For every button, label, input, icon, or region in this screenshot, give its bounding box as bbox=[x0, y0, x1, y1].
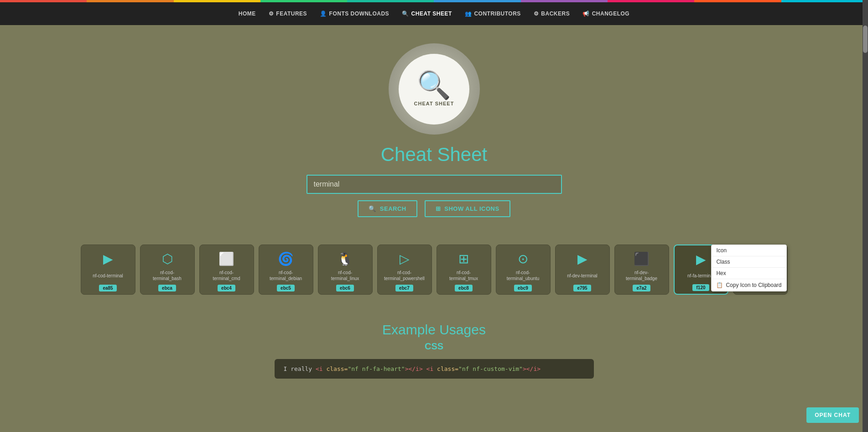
card-name: nf-fa-terminal bbox=[687, 273, 714, 279]
copy-icon-button[interactable]: 📋 Copy Icon to Clipboard bbox=[712, 279, 786, 291]
card-hex: ea85 bbox=[99, 285, 116, 291]
search-btn-label: Search bbox=[380, 205, 406, 212]
card-name: nf-dev- terminal_badge bbox=[626, 270, 657, 281]
card-hex: ebc9 bbox=[514, 285, 532, 291]
code-attr-2: class= bbox=[437, 365, 458, 372]
icons-section: ▶nf-cod-terminalea85⬡nf-cod- terminal_ba… bbox=[0, 231, 868, 308]
card-icon: 🌀 bbox=[278, 251, 294, 266]
search-bar: 🔍 Search ⊞ Show All Icons bbox=[307, 175, 562, 217]
code-close-2: ></i> bbox=[523, 365, 541, 372]
fonts-icon: 👤 bbox=[320, 10, 327, 17]
nav-features[interactable]: ⚙ FEATURES bbox=[269, 10, 307, 17]
code-close-1: ></i> bbox=[405, 365, 423, 372]
card-name: nf-cod-terminal bbox=[93, 273, 123, 279]
code-val-1: "nf nf-fa-heart" bbox=[348, 365, 405, 372]
card-icon: ▶ bbox=[103, 251, 113, 266]
code-val-2: "nf nf-custom-vim" bbox=[458, 365, 523, 372]
card-name: nf-cod- terminal_linux bbox=[331, 270, 359, 281]
logo-label: CHEAT SHEET bbox=[414, 101, 454, 106]
card-icon: ▶ bbox=[696, 252, 706, 267]
card-hex: ebc7 bbox=[395, 285, 413, 291]
icon-card[interactable]: ▶nf-cod-terminalea85 bbox=[81, 245, 135, 295]
card-name: nf-dev-terminal bbox=[567, 273, 598, 279]
card-icon: ▷ bbox=[400, 251, 410, 266]
color-bar bbox=[0, 0, 868, 2]
features-icon: ⚙ bbox=[269, 10, 274, 17]
icon-card[interactable]: ▶nf-fa-terminalf120IconClassHex📋 Copy Ic… bbox=[674, 245, 728, 295]
card-icon: ▶ bbox=[577, 251, 587, 266]
card-name: nf-cod- terminal_ubuntu bbox=[507, 270, 540, 281]
card-hex: ebc6 bbox=[336, 285, 354, 291]
nav-backers[interactable]: ⚙ BACKERS bbox=[534, 10, 570, 17]
icon-card[interactable]: ⊞nf-cod- terminal_tmuxebc8 bbox=[437, 245, 491, 295]
card-name: nf-cod- terminal_tmux bbox=[449, 270, 478, 281]
search-btn-icon: 🔍 bbox=[369, 205, 376, 212]
icon-card[interactable]: ⬜nf-cod- terminal_cmdebc4 bbox=[199, 245, 254, 295]
icon-popup: IconClassHex📋 Copy Icon to Clipboard bbox=[711, 245, 786, 291]
icon-card[interactable]: 🐧nf-cod- terminal_linuxebc6 bbox=[318, 245, 373, 295]
card-hex: f120 bbox=[692, 284, 709, 291]
nav-home[interactable]: HOME bbox=[239, 10, 256, 17]
card-hex: e795 bbox=[573, 285, 591, 291]
card-name: nf-cod- terminal_powershell bbox=[384, 270, 425, 281]
icon-card[interactable]: 🌀nf-cod- terminal_debianebc5 bbox=[259, 245, 313, 295]
nav-changelog[interactable]: 📢 CHANGELOG bbox=[582, 10, 629, 17]
examples-subtitle: CSS bbox=[9, 341, 859, 352]
code-tag-2: <i bbox=[426, 365, 434, 372]
nav-cheatsheet[interactable]: 🔍 CHEAT SHEET bbox=[402, 10, 452, 17]
contributors-icon: 👥 bbox=[465, 10, 472, 17]
popup-row[interactable]: Class bbox=[712, 256, 786, 268]
popup-row[interactable]: Hex bbox=[712, 268, 786, 279]
cheatsheet-icon: 🔍 bbox=[402, 10, 409, 17]
search-input[interactable] bbox=[307, 175, 562, 194]
icon-card[interactable]: ▷nf-cod- terminal_powershellebc7 bbox=[377, 245, 432, 295]
code-block: I really <i class="nf nf-fa-heart"></i> … bbox=[275, 359, 594, 379]
icons-row: ▶nf-cod-terminalea85⬡nf-cod- terminal_ba… bbox=[74, 240, 795, 299]
main-nav: HOME ⚙ FEATURES 👤 FONTS DOWNLOADS 🔍 CHEA… bbox=[0, 2, 868, 25]
card-icon: ⊞ bbox=[458, 251, 469, 266]
card-hex: ebc4 bbox=[218, 285, 235, 291]
card-icon: ⬛ bbox=[634, 251, 650, 266]
show-all-icon: ⊞ bbox=[436, 205, 441, 212]
scrollbar[interactable] bbox=[863, 0, 868, 432]
card-name: nf-cod- terminal_cmd bbox=[213, 270, 240, 281]
open-chat-button[interactable]: OPEN CHAT bbox=[806, 407, 859, 423]
card-icon: 🐧 bbox=[337, 251, 353, 266]
icon-card[interactable]: ▶nf-dev-terminale795 bbox=[555, 245, 610, 295]
icon-card[interactable]: ⬡nf-cod- terminal_bashebca bbox=[140, 245, 195, 295]
examples-section: Example Usages CSS I really <i class="nf… bbox=[0, 308, 868, 392]
card-icon: ⬜ bbox=[218, 251, 234, 266]
card-hex: ebc5 bbox=[277, 285, 295, 291]
page-title: Cheat Sheet bbox=[381, 144, 488, 166]
popup-row[interactable]: Icon bbox=[712, 245, 786, 256]
examples-title: Example Usages bbox=[9, 322, 859, 338]
logo-inner-circle: 🔍 CHEAT SHEET bbox=[399, 54, 469, 125]
hero-section: 🔍 CHEAT SHEET Cheat Sheet 🔍 Search ⊞ Sho… bbox=[0, 25, 868, 231]
show-all-label: Show All Icons bbox=[444, 205, 499, 212]
card-icon: ⊙ bbox=[518, 251, 528, 266]
backers-icon: ⚙ bbox=[534, 10, 539, 17]
show-all-button[interactable]: ⊞ Show All Icons bbox=[425, 200, 510, 217]
card-hex: ebc8 bbox=[455, 285, 473, 291]
icon-card[interactable]: ⊙nf-cod- terminal_ubuntuebc9 bbox=[496, 245, 551, 295]
card-hex: ebca bbox=[158, 285, 176, 291]
nav-fonts[interactable]: 👤 FONTS DOWNLOADS bbox=[320, 10, 389, 17]
changelog-icon: 📢 bbox=[582, 10, 590, 17]
card-name: nf-cod- terminal_debian bbox=[270, 270, 302, 281]
scrollbar-thumb[interactable] bbox=[863, 26, 868, 53]
nav-contributors[interactable]: 👥 CONTRIBUTORS bbox=[465, 10, 521, 17]
code-attr-1: class= bbox=[326, 365, 348, 372]
card-hex: e7a2 bbox=[633, 285, 650, 291]
card-icon: ⬡ bbox=[162, 251, 173, 266]
code-text: I really <i class="nf nf-fa-heart"></i> … bbox=[284, 365, 541, 372]
logo-outer-circle: 🔍 CHEAT SHEET bbox=[389, 43, 480, 135]
search-buttons: 🔍 Search ⊞ Show All Icons bbox=[358, 200, 510, 217]
code-tag-1: <i bbox=[316, 365, 323, 372]
search-button[interactable]: 🔍 Search bbox=[358, 200, 417, 217]
icon-card[interactable]: ⬛nf-dev- terminal_badgee7a2 bbox=[614, 245, 669, 295]
card-name: nf-cod- terminal_bash bbox=[153, 270, 182, 281]
logo-search-icon: 🔍 bbox=[417, 72, 451, 99]
